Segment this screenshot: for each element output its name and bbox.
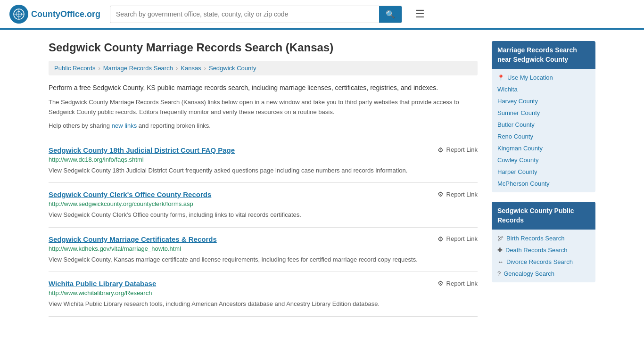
butler-county-link[interactable]: Butler County [497,121,535,128]
divorce-records-item[interactable]: ↔ Divorce Records Search [492,256,595,268]
divorce-records-link[interactable]: Divorce Records Search [506,258,573,265]
record-title[interactable]: Wichita Public Library Database [49,280,156,288]
genealogy-item[interactable]: ? Genealogy Search [492,268,595,280]
sidebar-item[interactable]: Reno County [492,131,595,142]
public-records-section-title: Sedgwick County Public Records [492,202,595,230]
header: CountyOffice.org 🔍 ☰ [0,0,644,30]
report-icon: ⚙ [438,235,444,243]
mcpherson-county-link[interactable]: McPherson County [497,180,550,187]
search-input[interactable] [110,7,379,22]
record-card-header: Sedgwick County Marriage Certificates & … [49,235,478,243]
menu-button[interactable]: ☰ [412,6,429,22]
use-my-location-item[interactable]: 📍 Use My Location [492,72,595,83]
record-desc: View Sedgwick County, Kansas marriage ce… [49,255,478,264]
record-card-header: Wichita Public Library Database ⚙ Report… [49,280,478,288]
record-card: Sedgwick County Marriage Certificates & … [49,228,478,272]
sidebar-item[interactable]: Cowley County [492,154,595,166]
genealogy-icon: ? [497,270,501,277]
death-icon: ✚ [497,247,503,254]
report-label: Report Link [446,191,478,198]
search-bar: 🔍 [110,6,402,23]
report-label: Report Link [446,235,478,242]
content-area: Sedgwick County Marriage Records Search … [49,41,478,317]
record-url: http://www.kdheks.gov/vital/marriage_how… [49,245,478,252]
nearby-list: 📍 Use My Location Wichita Harvey County … [492,69,595,192]
breadcrumb-sep3: › [204,65,206,72]
detail-text: The Sedgwick County Marriage Records Sea… [49,98,478,117]
share-prefix: Help others by sharing [49,122,112,129]
report-icon: ⚙ [438,280,444,287]
report-link[interactable]: ⚙ Report Link [438,280,478,287]
location-icon: 📍 [497,74,504,81]
birth-icon: 🕊 [497,235,504,242]
record-url: http://www.wichitalibrary.org/Research [49,289,478,296]
main-container: Sedgwick County Marriage Records Search … [39,30,605,328]
menu-icon: ☰ [415,8,425,20]
record-card: Sedgwick County 18th Judicial District C… [49,139,478,183]
breadcrumb-sep2: › [176,65,178,72]
record-title[interactable]: Sedgwick County 18th Judicial District C… [49,146,235,154]
public-records-list: 🕊 Birth Records Search ✚ Death Records S… [492,230,595,282]
search-icon: 🔍 [386,10,395,18]
record-url: http://www.dc18.org/info/faqs.shtml [49,156,478,163]
logo-icon [9,5,28,24]
report-link[interactable]: ⚙ Report Link [438,190,478,198]
sidebar-item[interactable]: Harper County [492,166,595,178]
genealogy-link[interactable]: Genealogy Search [504,270,554,277]
record-card: Wichita Public Library Database ⚙ Report… [49,272,478,317]
reno-county-link[interactable]: Reno County [497,133,533,140]
report-link[interactable]: ⚙ Report Link [438,235,478,243]
record-title[interactable]: Sedgwick County Marriage Certificates & … [49,235,217,243]
death-records-link[interactable]: Death Records Search [505,247,568,254]
sidebar-item[interactable]: Wichita [492,83,595,95]
sidebar-item[interactable]: Sumner County [492,107,595,119]
sumner-county-link[interactable]: Sumner County [497,109,540,116]
report-icon: ⚙ [438,146,444,154]
use-my-location-link[interactable]: Use My Location [507,74,553,81]
birth-records-link[interactable]: Birth Records Search [506,235,565,242]
breadcrumb-public-records[interactable]: Public Records [54,65,95,72]
record-card: Sedgwick County Clerk's Office County Re… [49,183,478,228]
record-url: http://www.sedgwickcounty.org/countycler… [49,200,478,207]
birth-records-item[interactable]: 🕊 Birth Records Search [492,232,595,244]
cowley-county-link[interactable]: Cowley County [497,156,538,164]
breadcrumb-kansas[interactable]: Kansas [181,65,201,72]
report-icon: ⚙ [438,190,444,198]
record-card-header: Sedgwick County 18th Judicial District C… [49,146,478,154]
harper-county-link[interactable]: Harper County [497,168,537,175]
wichita-link[interactable]: Wichita [497,86,518,93]
records-list: Sedgwick County 18th Judicial District C… [49,139,478,317]
divorce-icon: ↔ [497,258,504,265]
death-records-item[interactable]: ✚ Death Records Search [492,244,595,256]
nearby-section: Marriage Records Search near Sedgwick Co… [492,41,595,192]
sidebar-item[interactable]: Harvey County [492,95,595,107]
intro-text: Perform a free Sedgwick County, KS publi… [49,83,478,93]
report-link[interactable]: ⚙ Report Link [438,146,478,154]
share-suffix: and reporting broken links. [137,122,211,129]
record-title[interactable]: Sedgwick County Clerk's Office County Re… [49,190,211,198]
sidebar-item[interactable]: Kingman County [492,142,595,154]
breadcrumb-marriage-records[interactable]: Marriage Records Search [103,65,173,72]
search-button[interactable]: 🔍 [379,6,402,23]
kingman-county-link[interactable]: Kingman County [497,145,543,152]
share-text: Help others by sharing new links and rep… [49,122,478,129]
record-desc: View Sedgwick County 18th Judicial Distr… [49,166,478,175]
record-desc: View Wichita Public Library research too… [49,299,478,309]
harvey-county-link[interactable]: Harvey County [497,98,538,105]
logo[interactable]: CountyOffice.org [9,5,100,24]
sidebar-item[interactable]: Butler County [492,119,595,131]
record-card-header: Sedgwick County Clerk's Office County Re… [49,190,478,198]
new-links-link[interactable]: new links [112,122,137,129]
record-desc: View Sedgwick County Clerk's Office coun… [49,210,478,220]
breadcrumb-sedgwick[interactable]: Sedgwick County [209,65,256,72]
nearby-section-title: Marriage Records Search near Sedgwick Co… [492,41,595,69]
sidebar: Marriage Records Search near Sedgwick Co… [492,41,595,317]
public-records-section: Sedgwick County Public Records 🕊 Birth R… [492,202,595,282]
sidebar-item[interactable]: McPherson County [492,178,595,189]
report-label: Report Link [446,280,478,287]
breadcrumb: Public Records › Marriage Records Search… [49,61,478,75]
report-label: Report Link [446,146,478,153]
page-title: Sedgwick County Marriage Records Search … [49,41,478,54]
breadcrumb-sep1: › [98,65,100,72]
logo-text: CountyOffice.org [31,9,100,19]
